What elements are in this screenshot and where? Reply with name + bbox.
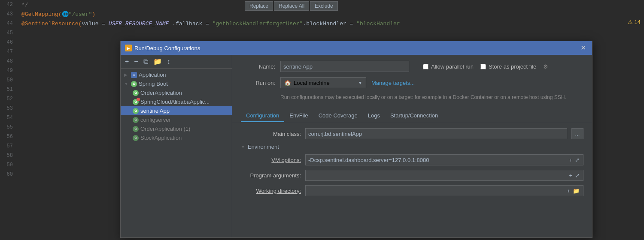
environment-arrow-icon: ▼	[241, 144, 245, 149]
tree-label-configserver: configserver	[140, 117, 171, 123]
allow-parallel-checkbox-label[interactable]: Allow parallel run	[423, 63, 474, 70]
tree-label-springcloud: SpringCloudAlibabaApplic...	[140, 99, 210, 105]
tree-item-application[interactable]: ▶ A Application	[121, 70, 232, 79]
main-class-row: Main class: ...	[241, 128, 583, 139]
warning-count: 14	[635, 19, 641, 25]
tree-toolbar: + − ⧉ 📁 ↕	[121, 55, 232, 69]
program-args-add-button[interactable]: +	[568, 172, 573, 179]
store-settings-gear-icon[interactable]: ⚙	[543, 63, 548, 70]
tree-item-sentinelapp[interactable]: ✿ sentinelApp	[121, 106, 232, 115]
dialog-titlebar: ▶ Run/Debug Configurations ✕	[121, 41, 592, 55]
config-tabs: Configuration EnvFile Code Coverage Logs…	[232, 110, 592, 122]
replace-all-button[interactable]: Replace All	[274, 1, 309, 11]
vm-options-add-button[interactable]: +	[568, 157, 573, 163]
config-top-section: Name: Allow parallel run Store as projec…	[232, 55, 592, 110]
tree-copy-button[interactable]: ⧉	[142, 57, 150, 66]
tree-add-button[interactable]: +	[123, 57, 131, 66]
warning-icon: ⚠	[628, 19, 633, 25]
sentinel-icon: ✿	[133, 108, 139, 114]
vm-options-input-wrapper: + ⤢	[305, 154, 583, 165]
program-args-row: Program arguments: + ⤢	[241, 170, 583, 181]
exclude-button[interactable]: Exclude	[310, 1, 338, 11]
working-dir-input[interactable]	[308, 188, 564, 194]
main-class-label: Main class:	[241, 131, 301, 137]
working-dir-label: Working directory:	[241, 188, 301, 194]
vm-options-label: VM options:	[241, 157, 301, 163]
tree-item-orderapplication1[interactable]: ✿ OrderApplication (1)	[121, 124, 232, 133]
code-line-45: 45	[0, 28, 644, 38]
order-icon: ✿	[133, 90, 139, 96]
config-panel: Name: Allow parallel run Store as projec…	[232, 55, 592, 237]
manage-targets-link[interactable]: Manage targets...	[371, 80, 415, 86]
tree-item-orderapplication[interactable]: ✿ OrderApplication	[121, 88, 232, 97]
error-badge	[137, 98, 140, 101]
local-machine-label: Local machine	[294, 80, 330, 86]
vm-options-input[interactable]	[308, 157, 566, 163]
tree-arrow-application: ▶	[124, 72, 129, 77]
tab-envfile[interactable]: EnvFile	[284, 110, 313, 122]
vm-options-row: VM options: + ⤢	[241, 154, 583, 165]
working-dir-row: Working directory: + 📁	[241, 185, 583, 196]
working-dir-folder-button[interactable]: 📁	[572, 188, 580, 194]
main-class-input[interactable]	[305, 128, 567, 139]
allow-parallel-checkbox[interactable]	[423, 64, 428, 69]
dialog-icon: ▶	[125, 45, 132, 51]
working-dir-add-button[interactable]: +	[566, 188, 571, 194]
tree-label-stockapplication: StockApplication	[140, 135, 182, 141]
tree-sort-button[interactable]: ↕	[165, 57, 172, 66]
replace-button[interactable]: Replace	[245, 1, 273, 11]
tab-logs[interactable]: Logs	[363, 110, 385, 122]
run-debug-configurations-dialog: ▶ Run/Debug Configurations ✕ + − ⧉ 📁 ↕ ▶…	[120, 41, 592, 238]
dialog-body: + − ⧉ 📁 ↕ ▶ A Application ▼ ✿ Spring Boo…	[121, 55, 592, 237]
springcloud-icon: ✿	[133, 99, 139, 105]
main-class-browse-button[interactable]: ...	[571, 128, 583, 139]
tree-item-stockapplication[interactable]: ✿ StockApplication	[121, 133, 232, 142]
run-on-row: Run on: 🏠 Local machine ▼ Manage targets…	[241, 77, 583, 88]
configserver-icon: ✿	[133, 117, 139, 123]
config-form: Main class: ... ▼ Environment VM options…	[232, 122, 592, 237]
stock-icon: ✿	[133, 135, 139, 141]
tree-content: ▶ A Application ▼ ✿ Spring Boot ✿ OrderA…	[121, 69, 232, 237]
environment-section-header[interactable]: ▼ Environment	[241, 144, 583, 150]
program-args-input-wrapper: + ⤢	[305, 170, 583, 181]
tree-folder-button[interactable]: 📁	[152, 57, 164, 66]
run-on-hint-text: Run configurations may be executed local…	[280, 93, 583, 101]
store-as-project-checkbox-label[interactable]: Store as project file	[480, 63, 536, 70]
tab-configuration[interactable]: Configuration	[241, 110, 284, 122]
tab-code-coverage[interactable]: Code Coverage	[313, 110, 363, 122]
tree-item-configserver[interactable]: ✿ configserver	[121, 115, 232, 124]
warning-badge: ⚠ 14	[624, 17, 644, 27]
tree-label-application: Application	[139, 72, 166, 78]
program-args-expand-button[interactable]: ⤢	[574, 172, 580, 179]
springboot-icon: ✿	[131, 81, 137, 87]
allow-parallel-label: Allow parallel run	[431, 63, 474, 70]
dialog-close-button[interactable]: ✕	[579, 45, 588, 51]
tree-label-orderapplication1: OrderApplication (1)	[140, 126, 190, 132]
name-label: Name:	[241, 63, 275, 70]
tree-panel: + − ⧉ 📁 ↕ ▶ A Application ▼ ✿ Spring Boo…	[121, 55, 232, 237]
house-icon: 🏠	[284, 80, 291, 86]
tree-remove-button[interactable]: −	[132, 57, 140, 66]
name-row: Name: Allow parallel run Store as projec…	[241, 61, 583, 72]
program-args-input[interactable]	[308, 172, 566, 179]
tree-label-orderapplication: OrderApplication	[140, 90, 182, 96]
tab-startup-connection[interactable]: Startup/Connection	[385, 110, 443, 122]
name-input[interactable]	[280, 61, 409, 72]
vm-options-expand-button[interactable]: ⤢	[574, 157, 580, 163]
replace-toolbar: Replace Replace All Exclude	[245, 0, 338, 12]
tree-label-sentinelapp: sentinelApp	[140, 108, 170, 114]
run-on-dropdown[interactable]: 🏠 Local machine ▼	[280, 77, 366, 88]
dialog-title-area: ▶ Run/Debug Configurations	[125, 45, 200, 51]
store-as-project-label: Store as project file	[489, 63, 536, 70]
program-args-label: Program arguments:	[241, 172, 301, 179]
environment-label: Environment	[248, 144, 279, 150]
dialog-title: Run/Debug Configurations	[134, 45, 200, 51]
tree-item-springboot[interactable]: ▼ ✿ Spring Boot	[121, 79, 232, 88]
run-on-label: Run on:	[241, 80, 275, 86]
dropdown-arrow-icon: ▼	[358, 81, 362, 85]
working-dir-input-wrapper: + 📁	[305, 185, 583, 196]
store-as-project-checkbox[interactable]	[480, 64, 486, 69]
tree-arrow-springboot: ▼	[124, 81, 129, 86]
tree-item-springcloud[interactable]: ✿ SpringCloudAlibabaApplic...	[121, 97, 232, 106]
application-icon: A	[131, 72, 137, 78]
